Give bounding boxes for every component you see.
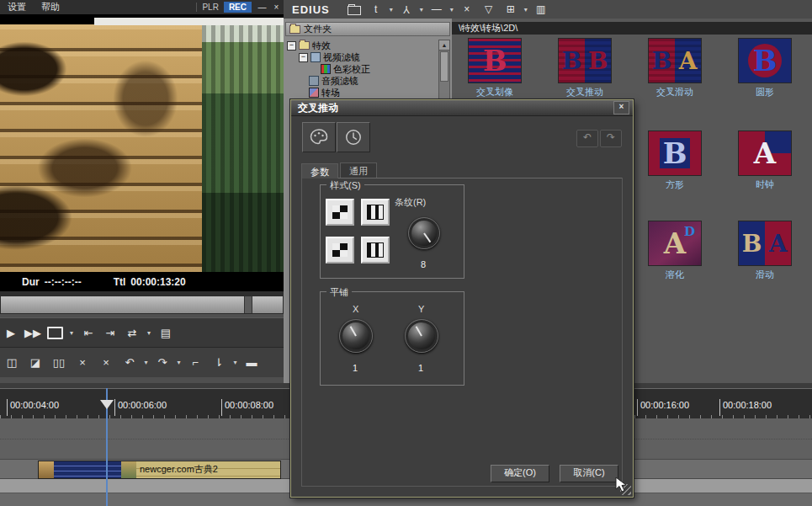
chevron-down-icon[interactable]: ▾ bbox=[388, 2, 395, 17]
effect-thumbnail[interactable]: A bbox=[738, 130, 792, 176]
scroll-up-icon[interactable]: ▲ bbox=[439, 40, 449, 51]
effect-item-circle[interactable]: B 圆形 bbox=[738, 38, 792, 99]
effects-flask-icon[interactable]: ▽ bbox=[480, 2, 497, 17]
stripes-knob[interactable] bbox=[408, 217, 440, 249]
pattern-button-3[interactable] bbox=[326, 237, 354, 264]
redo-icon[interactable]: ↷ bbox=[153, 352, 172, 374]
dialog-titlebar[interactable]: 交叉推动 × bbox=[291, 100, 633, 116]
play-icon[interactable]: ▶ bbox=[2, 322, 20, 344]
collapse-icon[interactable]: − bbox=[299, 53, 308, 62]
tree-item-effects[interactable]: − 特效 bbox=[285, 40, 438, 51]
line-tool-icon[interactable]: — bbox=[428, 2, 445, 17]
effect-thumbnail[interactable]: B A bbox=[738, 221, 792, 266]
thumb-letter: B bbox=[469, 39, 521, 83]
chevron-down-icon[interactable]: ▾ bbox=[175, 352, 183, 374]
edius-logo: EDIUS bbox=[292, 3, 330, 16]
effect-item-cross-push[interactable]: B B 交叉推动 bbox=[558, 38, 612, 99]
plr-mode-button[interactable]: PLR bbox=[196, 3, 223, 12]
effect-thumbnail[interactable]: B A bbox=[648, 38, 702, 83]
add-sequence-icon[interactable]: Y bbox=[398, 2, 415, 17]
pattern-button-2[interactable] bbox=[361, 199, 390, 226]
text-tool-icon[interactable]: t bbox=[368, 2, 385, 17]
open-folder-icon[interactable] bbox=[346, 2, 363, 17]
cut-icon[interactable]: × bbox=[73, 352, 92, 374]
effect-thumbnail[interactable]: B bbox=[468, 38, 522, 83]
rec-mode-button[interactable]: REC bbox=[224, 2, 252, 13]
tree-item-audio-filters[interactable]: 音频滤镜 bbox=[285, 75, 438, 87]
down-arrow-icon[interactable]: ⇂ bbox=[210, 352, 228, 374]
pattern-button-1[interactable] bbox=[326, 199, 354, 226]
effect-item-square[interactable]: B 方形 bbox=[648, 130, 702, 191]
tile-x-label: X bbox=[353, 304, 358, 314]
chevron-down-icon[interactable]: ▾ bbox=[142, 352, 150, 374]
duration-settings-button[interactable] bbox=[337, 122, 370, 152]
ok-button[interactable]: 确定(O) bbox=[491, 465, 549, 482]
close-button[interactable]: × bbox=[269, 3, 284, 12]
style-group-legend: 样式(S) bbox=[326, 179, 364, 192]
mark-out-icon[interactable]: ⇥ bbox=[101, 322, 119, 344]
clips-icon[interactable]: ▯▯ bbox=[50, 352, 68, 374]
menu-help[interactable]: 帮助 bbox=[34, 1, 67, 13]
effect-thumbnail[interactable]: B B bbox=[558, 38, 612, 83]
fast-forward-icon[interactable]: ▶▶ bbox=[24, 322, 42, 344]
chevron-down-icon[interactable]: ▾ bbox=[67, 322, 76, 344]
cancel-button[interactable]: 取消(C) bbox=[560, 465, 618, 482]
redo-button[interactable]: ↷ bbox=[600, 130, 622, 147]
chevron-down-icon[interactable]: ▾ bbox=[231, 352, 239, 374]
chevron-down-icon[interactable]: ▾ bbox=[145, 322, 153, 344]
corner-icon[interactable]: ⌐ bbox=[186, 352, 204, 374]
collapse-icon[interactable]: − bbox=[287, 41, 296, 51]
effect-item-slide[interactable]: B A 滑动 bbox=[738, 221, 792, 281]
effect-label: 圆形 bbox=[738, 86, 792, 99]
dur-label: Dur bbox=[22, 276, 40, 288]
delete-icon[interactable]: × bbox=[459, 2, 475, 17]
tree-item-transitions[interactable]: 转场 bbox=[285, 87, 438, 99]
undo-icon[interactable]: ↶ bbox=[120, 352, 139, 374]
tree-item-video-filters[interactable]: − 视频滤镜 bbox=[285, 51, 438, 63]
effect-thumbnail[interactable]: B bbox=[648, 130, 702, 176]
tab-general[interactable]: 通用 bbox=[340, 162, 377, 178]
effect-item-cross-wipe[interactable]: B 交叉划像 bbox=[468, 38, 522, 99]
tile-x-value: 1 bbox=[339, 363, 371, 373]
undo-icon: ↶ bbox=[583, 131, 592, 143]
pattern-button-4[interactable] bbox=[361, 237, 390, 264]
mark-in-icon[interactable]: ⇤ bbox=[79, 322, 98, 344]
monitor-icon[interactable] bbox=[45, 322, 64, 344]
copy-icon[interactable]: ◫ bbox=[3, 352, 21, 374]
timecode-bar: Dur --:--:--:-- Ttl 00:00:13:20 bbox=[0, 272, 284, 291]
export-icon[interactable]: ▤ bbox=[157, 322, 175, 344]
undo-button[interactable]: ↶ bbox=[576, 130, 598, 147]
menu-settings[interactable]: 设置 bbox=[0, 1, 34, 13]
effect-thumbnail[interactable]: B bbox=[738, 38, 792, 83]
effect-label: 时钟 bbox=[738, 178, 792, 191]
capture-icon[interactable]: ▥ bbox=[533, 2, 549, 17]
effect-label: 滑动 bbox=[738, 269, 792, 281]
paste-icon[interactable]: ◪ bbox=[26, 352, 45, 374]
render-icon[interactable]: ▬ bbox=[242, 352, 261, 374]
dialog-close-button[interactable]: × bbox=[613, 101, 629, 115]
effect-thumbnail[interactable]: A D bbox=[648, 221, 702, 266]
tile-x-knob[interactable] bbox=[339, 319, 373, 353]
tree-item-color-correction[interactable]: 色彩校正 bbox=[285, 63, 438, 75]
tab-parameters[interactable]: 参数 bbox=[301, 163, 338, 178]
color-settings-button[interactable] bbox=[302, 122, 336, 152]
chevron-down-icon[interactable]: ▾ bbox=[418, 2, 425, 17]
loop-icon[interactable]: ⇄ bbox=[123, 322, 141, 344]
grid-icon[interactable]: ⊞ bbox=[502, 2, 519, 17]
video-filter-icon bbox=[310, 52, 321, 62]
scrollbar-thumb[interactable] bbox=[440, 51, 448, 82]
dialog-toolbar: ↶ ↷ bbox=[302, 122, 622, 154]
tile-y-knob[interactable] bbox=[405, 319, 438, 353]
playhead-handle[interactable] bbox=[100, 400, 114, 416]
effect-item-clock[interactable]: A 时钟 bbox=[738, 130, 792, 191]
effect-label: 方形 bbox=[648, 178, 702, 191]
timeline-clip[interactable]: newcger.com古典2 bbox=[38, 461, 281, 479]
effect-item-dissolve[interactable]: A D 溶化 bbox=[648, 221, 702, 281]
scrub-position-handle[interactable] bbox=[244, 296, 252, 313]
chevron-down-icon[interactable]: ▾ bbox=[523, 2, 529, 17]
ripple-cut-icon[interactable]: × bbox=[97, 352, 115, 374]
minimize-button[interactable]: — bbox=[255, 3, 269, 12]
chevron-down-icon[interactable]: ▾ bbox=[448, 2, 455, 17]
scrub-bar[interactable] bbox=[0, 296, 284, 314]
effect-item-cross-slide[interactable]: B A 交叉滑动 bbox=[648, 38, 702, 99]
